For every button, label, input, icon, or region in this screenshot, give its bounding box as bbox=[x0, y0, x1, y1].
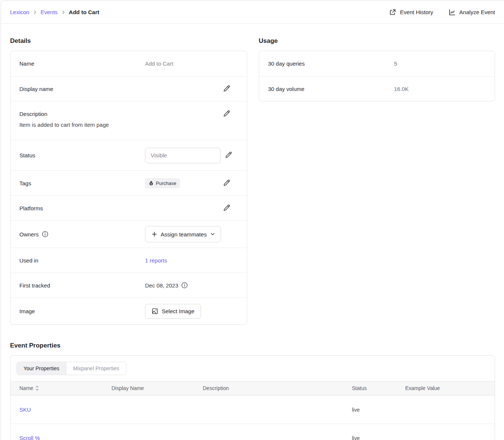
chevron-down-icon bbox=[211, 233, 215, 236]
detail-row-platforms: Platforms bbox=[10, 195, 247, 220]
info-icon[interactable] bbox=[42, 231, 48, 238]
table-row-sku[interactable]: SKU live bbox=[10, 395, 495, 424]
details-title: Details bbox=[10, 37, 247, 45]
volume-value: 16.0K bbox=[394, 86, 409, 92]
tag-chip-purchase[interactable]: $ Purchase bbox=[145, 178, 180, 188]
event-properties-card: Your Properties Mixpanel Properties Name… bbox=[10, 355, 495, 440]
pencil-icon bbox=[223, 110, 230, 118]
main-content: Details Name Add to Cart Display name bbox=[1, 24, 504, 440]
detail-row-first-tracked: First tracked Dec 08, 2023 bbox=[10, 273, 247, 298]
column-header-status: Status bbox=[352, 385, 405, 391]
detail-row-status: Status bbox=[10, 140, 247, 170]
detail-row-description: Description Item is added to cart from i… bbox=[10, 101, 247, 140]
event-properties-section: Event Properties Your Properties Mixpane… bbox=[10, 342, 495, 440]
queries-label: 30 day queries bbox=[268, 60, 394, 67]
owners-label: Owners bbox=[19, 231, 39, 238]
breadcrumb: Lexicon Events Add to Cart bbox=[10, 9, 99, 15]
status-input[interactable] bbox=[145, 148, 221, 163]
tag-chip-label: Purchase bbox=[156, 180, 176, 186]
assign-teammates-label: Assign teammates bbox=[161, 231, 207, 238]
property-status: live bbox=[352, 435, 405, 440]
tab-your-properties[interactable]: Your Properties bbox=[17, 362, 66, 375]
breadcrumb-current-event: Add to Cart bbox=[69, 9, 100, 15]
top-bar: Lexicon Events Add to Cart Event History bbox=[1, 1, 504, 24]
usage-section: Usage 30 day queries 5 30 day volume 16.… bbox=[259, 24, 495, 101]
status-label: Status bbox=[19, 152, 145, 158]
select-image-button[interactable]: Select Image bbox=[145, 304, 201, 319]
usage-title: Usage bbox=[259, 37, 495, 45]
detail-row-tags: Tags $ Purchase bbox=[10, 170, 247, 195]
details-card: Name Add to Cart Display name bbox=[10, 51, 247, 325]
tags-label: Tags bbox=[19, 180, 145, 186]
first-tracked-value: Dec 08, 2023 bbox=[145, 282, 178, 289]
detail-row-owners: Owners Assign teammates bbox=[10, 220, 247, 248]
event-history-label: Event History bbox=[400, 9, 433, 15]
line-chart-icon bbox=[448, 9, 456, 16]
analyze-event-label: Analyze Event bbox=[459, 9, 495, 15]
details-section: Details Name Add to Cart Display name bbox=[10, 24, 247, 325]
column-header-example-value: Example Value bbox=[405, 385, 495, 391]
detail-row-name: Name Add to Cart bbox=[10, 51, 247, 76]
pencil-icon bbox=[223, 85, 230, 93]
image-icon bbox=[151, 308, 158, 315]
edit-description-button[interactable] bbox=[223, 110, 230, 118]
breadcrumb-events[interactable]: Events bbox=[41, 9, 58, 15]
property-name-link[interactable]: SKU bbox=[19, 406, 111, 413]
used-in-label: Used in bbox=[19, 257, 145, 264]
money-bag-icon: $ bbox=[149, 181, 154, 186]
page-frame: Lexicon Events Add to Cart Event History bbox=[1, 0, 504, 440]
detail-row-used-in: Used in 1 reports bbox=[10, 248, 247, 273]
sort-icon[interactable] bbox=[35, 386, 39, 391]
usage-row-volume: 30 day volume 16.0K bbox=[259, 76, 495, 101]
column-header-name[interactable]: Name bbox=[19, 385, 111, 391]
table-row-scroll-pct[interactable]: Scroll % live bbox=[10, 424, 495, 440]
pencil-icon bbox=[225, 151, 232, 160]
properties-tabs: Your Properties Mixpanel Properties bbox=[16, 362, 126, 375]
column-header-display-name: Display Name bbox=[111, 385, 203, 391]
usage-row-queries: 30 day queries 5 bbox=[259, 51, 495, 76]
edit-platforms-button[interactable] bbox=[223, 204, 230, 213]
select-image-label: Select Image bbox=[162, 308, 195, 314]
chevron-right-icon bbox=[33, 10, 37, 14]
event-properties-title: Event Properties bbox=[10, 342, 495, 349]
pencil-icon bbox=[223, 204, 230, 213]
header-actions: Event History Analyze Event bbox=[389, 9, 495, 16]
event-history-button[interactable]: Event History bbox=[389, 9, 433, 16]
detail-row-display-name: Display name bbox=[10, 76, 247, 101]
properties-table-header: Name Display Name Description Status Exa… bbox=[10, 381, 495, 395]
used-in-reports-link[interactable]: 1 reports bbox=[145, 257, 167, 264]
analyze-event-button[interactable]: Analyze Event bbox=[448, 9, 495, 16]
info-icon[interactable] bbox=[181, 282, 188, 289]
detail-row-image: Image Select Image bbox=[10, 298, 247, 324]
property-name-link[interactable]: Scroll % bbox=[19, 435, 111, 440]
first-tracked-label: First tracked bbox=[19, 282, 145, 289]
volume-label: 30 day volume bbox=[268, 86, 394, 92]
platforms-label: Platforms bbox=[19, 205, 145, 211]
image-label: Image bbox=[19, 308, 145, 314]
assign-teammates-button[interactable]: Assign teammates bbox=[145, 226, 221, 242]
description-label: Description bbox=[19, 111, 145, 117]
edit-status-button[interactable] bbox=[225, 151, 232, 160]
description-value: Item is added to cart from item page bbox=[19, 122, 238, 128]
edit-display-name-button[interactable] bbox=[223, 85, 230, 93]
plus-icon bbox=[151, 231, 157, 237]
breadcrumb-lexicon[interactable]: Lexicon bbox=[10, 9, 29, 15]
chevron-right-icon bbox=[62, 10, 65, 14]
column-header-description: Description bbox=[203, 385, 352, 391]
external-link-icon bbox=[389, 9, 396, 16]
name-label: Name bbox=[19, 60, 145, 67]
tab-mixpanel-properties[interactable]: Mixpanel Properties bbox=[66, 362, 126, 375]
name-value: Add to Cart bbox=[145, 60, 173, 67]
display-name-label: Display name bbox=[19, 86, 145, 92]
usage-card: 30 day queries 5 30 day volume 16.0K bbox=[259, 51, 495, 101]
queries-value: 5 bbox=[394, 60, 397, 67]
property-status: live bbox=[352, 407, 405, 413]
pencil-icon bbox=[223, 179, 230, 188]
edit-tags-button[interactable] bbox=[223, 179, 230, 188]
